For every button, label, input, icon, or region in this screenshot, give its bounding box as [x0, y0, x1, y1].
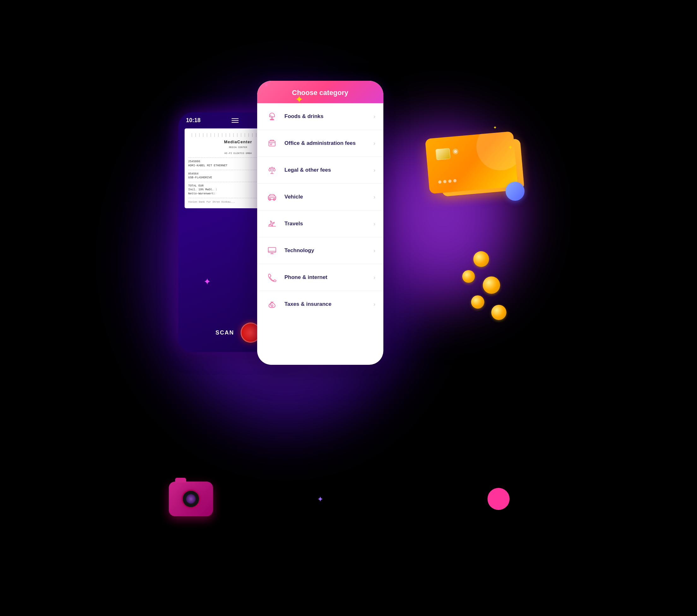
phone-label: Phone & internet: [285, 274, 374, 281]
svg-rect-0: [271, 117, 272, 119]
camera-decoration: [169, 482, 219, 523]
svg-line-21: [271, 302, 271, 303]
scan-button-area: SCAN: [216, 323, 261, 343]
category-item-taxes[interactable]: Taxes & insurance ›: [257, 291, 383, 318]
sparkle-icon-5: ✦: [508, 144, 513, 151]
sparkle-icon-1: ✦: [295, 93, 303, 105]
sparkle-icon-6: ✦: [493, 125, 497, 130]
svg-rect-3: [269, 141, 275, 146]
foods-icon: [265, 109, 279, 123]
travels-chevron: ›: [374, 221, 375, 227]
camera-lens: [181, 489, 201, 509]
office-icon: [265, 136, 279, 150]
foods-chevron: ›: [374, 113, 375, 120]
travels-label: Travels: [285, 221, 374, 227]
category-item-foods[interactable]: Foods & drinks ›: [257, 103, 383, 130]
office-label: Office & administration fees: [285, 140, 374, 146]
coin-5: [491, 305, 506, 320]
legal-label: Legal & other fees: [285, 167, 374, 173]
technology-icon: [265, 244, 279, 258]
coin-4: [471, 295, 484, 309]
menu-icon: [232, 118, 239, 123]
credit-card-decoration: ◉: [425, 130, 531, 202]
time-display: 10:18: [186, 117, 201, 124]
card-dot-2: [443, 180, 446, 184]
travels-icon: [265, 217, 279, 231]
svg-line-22: [272, 302, 273, 303]
office-chevron: ›: [374, 140, 375, 147]
svg-rect-15: [268, 247, 276, 252]
category-item-technology[interactable]: Technology ›: [257, 237, 383, 264]
main-scene: ✦ ★ ✦ ✦ ✦ ✦ 10:18 Kamera MediaCenter MED…: [159, 56, 538, 560]
card-wifi-icon: ◉: [451, 148, 460, 155]
vehicle-icon: [265, 190, 279, 204]
coin-1: [473, 251, 489, 267]
camera-body: [169, 482, 213, 516]
legal-icon: [265, 163, 279, 177]
card-dot-4: [453, 179, 457, 182]
taxes-label: Taxes & insurance: [285, 301, 374, 307]
card-dot-1: [438, 180, 442, 184]
taxes-icon: [265, 297, 279, 311]
card-chip: [435, 148, 450, 160]
category-item-vehicle[interactable]: Vehicle ›: [257, 184, 383, 210]
taxes-chevron: ›: [374, 301, 375, 308]
scan-label: SCAN: [216, 329, 234, 336]
sparkle-icon-4: ✦: [317, 495, 323, 504]
technology-chevron: ›: [374, 247, 375, 254]
category-item-legal[interactable]: Legal & other fees ›: [257, 157, 383, 184]
technology-label: Technology: [285, 247, 374, 254]
card-dots: [438, 179, 457, 184]
legal-chevron: ›: [374, 167, 375, 174]
camera-bump: [175, 478, 186, 483]
category-item-phone[interactable]: Phone & internet ›: [257, 264, 383, 291]
svg-point-19: [271, 305, 273, 307]
category-title: Choose category: [267, 89, 374, 97]
vehicle-label: Vehicle: [285, 194, 374, 200]
sparkle-icon-3: ✦: [204, 276, 211, 287]
vehicle-chevron: ›: [374, 194, 375, 201]
category-item-travels[interactable]: Travels ›: [257, 210, 383, 237]
phone-chevron: ›: [374, 274, 375, 281]
card-main: ◉: [425, 131, 518, 194]
coin-3: [483, 276, 500, 294]
svg-rect-1: [270, 119, 274, 120]
category-item-office[interactable]: Office & administration fees ›: [257, 130, 383, 157]
category-list: Foods & drinks › Office & administration…: [257, 103, 383, 318]
category-phone: Choose category Foods & drinks ›: [257, 81, 383, 365]
sparkle-icon-2: ★: [264, 81, 269, 88]
card-dot-3: [448, 179, 451, 183]
coin-2: [462, 270, 475, 283]
phone-icon: [265, 270, 279, 284]
foods-label: Foods & drinks: [285, 113, 374, 120]
camera-lens-inner: [186, 494, 196, 504]
pink-circle-decoration: [488, 488, 509, 510]
phone-header: Choose category: [257, 81, 383, 103]
